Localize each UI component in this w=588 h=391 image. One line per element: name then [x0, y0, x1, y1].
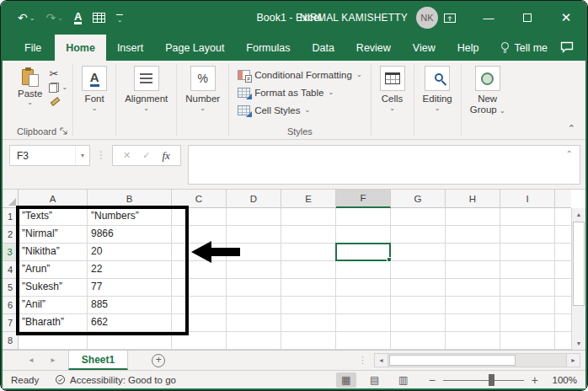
cell[interactable]: ”Bharath” — [19, 314, 88, 332]
cell[interactable] — [19, 332, 88, 350]
ribbon-display-options-button[interactable] — [430, 1, 469, 35]
cell[interactable]: 77 — [88, 279, 172, 297]
column-header[interactable]: E — [281, 190, 336, 208]
expand-formula-bar-icon[interactable]: ⌃ — [566, 149, 573, 158]
cell[interactable]: ”Texts” — [19, 208, 88, 226]
cell[interactable] — [500, 244, 555, 261]
insert-function-icon[interactable]: fx — [162, 149, 169, 163]
cell[interactable] — [446, 279, 500, 297]
cell[interactable] — [227, 314, 281, 332]
splitter-dots-icon[interactable]: ⋮ — [358, 355, 367, 366]
undo-button[interactable]: ↶⌄ — [18, 11, 35, 24]
row-header[interactable]: 4 — [3, 261, 19, 279]
row-header-selected[interactable]: 3 — [3, 244, 19, 261]
cell[interactable]: ”Numbers” — [88, 208, 172, 226]
cell[interactable]: ”Anil” — [19, 297, 88, 314]
column-header[interactable]: H — [446, 190, 500, 208]
zoom-slider-handle[interactable] — [489, 374, 494, 386]
cell[interactable] — [336, 226, 391, 244]
column-header[interactable]: G — [391, 190, 446, 208]
cell[interactable] — [172, 332, 227, 350]
cell-styles-button[interactable]: Cell Styles ⌄ — [238, 103, 310, 118]
next-sheet-icon[interactable]: ► — [50, 356, 56, 364]
row-header[interactable]: 2 — [3, 226, 19, 244]
cell[interactable] — [391, 261, 446, 279]
page-break-view-button[interactable]: ▥ — [393, 372, 414, 388]
paste-button[interactable]: Paste ⌄ — [18, 66, 42, 105]
borders-button[interactable] — [93, 13, 105, 23]
row-header[interactable]: 1 — [3, 208, 19, 226]
tab-formulas[interactable]: Formulas — [235, 35, 301, 61]
cell[interactable] — [391, 297, 446, 314]
cell[interactable] — [336, 279, 391, 297]
cells-group-button[interactable]: Cells ⌄ — [380, 66, 405, 111]
tab-help[interactable]: Help — [446, 35, 490, 61]
page-layout-view-button[interactable]: ▤ — [365, 372, 385, 388]
tab-page-layout[interactable]: Page Layout — [154, 35, 235, 61]
tab-data[interactable]: Data — [301, 35, 345, 61]
formula-input[interactable]: ⌃ — [188, 145, 580, 185]
cell[interactable] — [446, 208, 500, 226]
fill-handle[interactable] — [387, 257, 392, 262]
cell[interactable] — [281, 244, 336, 261]
tab-tell-me[interactable]: Tell me — [489, 35, 559, 61]
cell[interactable] — [446, 332, 500, 350]
cell[interactable] — [391, 244, 446, 261]
cell[interactable] — [172, 297, 227, 314]
cell[interactable] — [446, 314, 500, 332]
vertical-scrollbar[interactable]: ▲ ▼ — [571, 208, 585, 350]
cell[interactable] — [336, 297, 391, 314]
cell[interactable] — [391, 332, 446, 350]
cell[interactable] — [172, 208, 227, 226]
conditional-formatting-button[interactable]: Conditional Formatting ⌄ — [238, 67, 361, 83]
select-all-button[interactable] — [3, 190, 19, 208]
previous-sheet-icon[interactable]: ◄ — [28, 356, 35, 364]
maximize-button[interactable] — [508, 1, 547, 35]
cell[interactable] — [391, 208, 446, 226]
cell[interactable] — [336, 314, 391, 332]
cell[interactable] — [281, 208, 336, 226]
cell[interactable] — [281, 279, 336, 297]
chevron-down-icon[interactable]: ▾ — [75, 146, 89, 165]
vertical-scroll-thumb[interactable] — [573, 222, 585, 306]
cell[interactable]: ”Nikitha” — [19, 244, 88, 261]
tab-insert[interactable]: Insert — [106, 35, 154, 61]
cell[interactable] — [172, 314, 227, 332]
close-button[interactable]: ✕ — [547, 1, 585, 35]
cell[interactable] — [281, 261, 336, 279]
cell[interactable] — [500, 279, 555, 297]
column-header-selected[interactable]: F — [336, 190, 391, 208]
zoom-in-button[interactable]: + — [532, 373, 538, 387]
cell[interactable] — [500, 332, 555, 350]
cell[interactable] — [500, 208, 555, 226]
cell[interactable] — [281, 297, 336, 314]
tab-view[interactable]: View — [402, 35, 446, 61]
cell[interactable] — [446, 244, 500, 261]
cut-button[interactable]: ✂ — [49, 69, 67, 79]
cell[interactable]: 662 — [88, 314, 172, 332]
horizontal-scrollbar[interactable]: ◄ ► — [374, 353, 580, 367]
horizontal-scroll-thumb[interactable] — [389, 355, 516, 366]
cell[interactable]: ”Arun” — [19, 261, 88, 279]
cell[interactable]: ”Sukesh” — [19, 279, 88, 297]
column-header[interactable]: B — [88, 190, 172, 208]
column-header[interactable]: C — [172, 190, 227, 208]
alignment-group-button[interactable]: Alignment ⌄ — [125, 66, 168, 111]
row-header[interactable]: 8 — [3, 332, 19, 350]
cancel-icon[interactable]: ✕ — [123, 150, 131, 161]
font-color-button[interactable]: A — [74, 11, 82, 24]
cell[interactable]: ”Nirmal” — [19, 226, 88, 244]
cell[interactable] — [227, 279, 281, 297]
scroll-up-icon[interactable]: ▲ — [572, 208, 585, 221]
add-sheet-button[interactable]: + — [152, 354, 165, 367]
enter-icon[interactable]: ✓ — [142, 150, 150, 161]
minimize-button[interactable]: — — [469, 1, 508, 35]
normal-view-button[interactable]: ▦ — [336, 372, 356, 388]
cell[interactable] — [446, 226, 500, 244]
cell[interactable] — [88, 332, 172, 350]
cell[interactable] — [391, 314, 446, 332]
cell[interactable] — [391, 279, 446, 297]
scroll-down-icon[interactable]: ▼ — [572, 337, 585, 350]
cell[interactable] — [281, 314, 336, 332]
cell[interactable] — [227, 208, 281, 226]
